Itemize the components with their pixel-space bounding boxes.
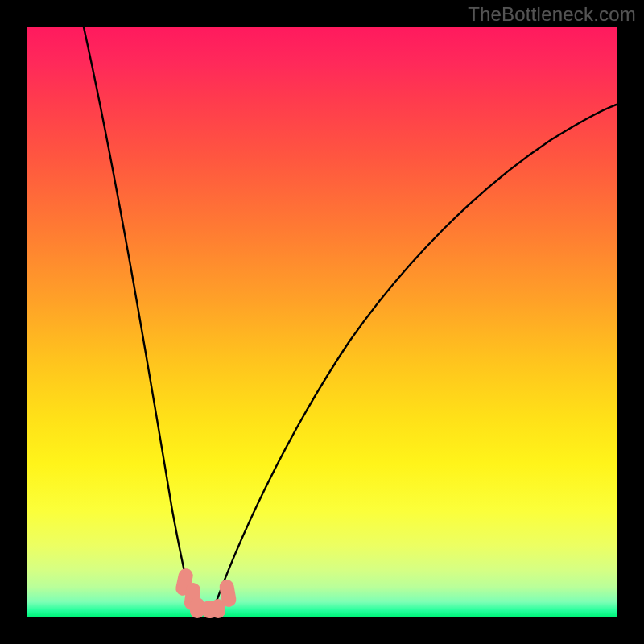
chart-frame: TheBottleneck.com [0, 0, 644, 644]
watermark-label: TheBottleneck.com [468, 3, 636, 26]
bottleneck-curve [27, 27, 617, 617]
plot-area [27, 27, 617, 617]
